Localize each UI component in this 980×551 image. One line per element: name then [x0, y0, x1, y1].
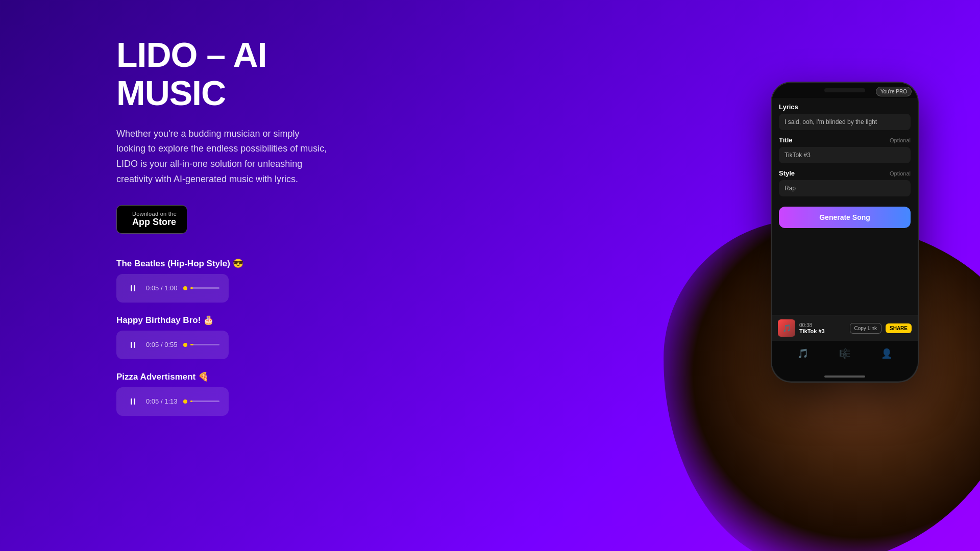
track-1-time: 0:05 / 1:00: [146, 284, 177, 292]
track-3-player: 0:05 / 1:13: [116, 387, 229, 416]
app-store-small-text: Download on the: [132, 211, 177, 217]
player-thumbnail: 🎵: [778, 319, 795, 337]
title-label: Title Optional: [779, 136, 911, 144]
app-store-button[interactable]: Download on the App Store: [116, 205, 187, 234]
track-3-progress-container[interactable]: [183, 399, 219, 404]
track-2-progress-bar: [190, 344, 219, 345]
lyrics-label: Lyrics: [779, 103, 911, 111]
pro-badge: You're PRO: [876, 87, 912, 96]
left-content: LIDO – AI MUSIC Whether you're a budding…: [116, 36, 412, 428]
copy-link-button[interactable]: Copy Link: [850, 323, 881, 334]
track-2-progress-container[interactable]: [183, 343, 219, 347]
title-field-group: Title Optional: [779, 136, 911, 163]
track-2-player: 0:05 / 0:55: [116, 331, 229, 359]
track-1-progress-container[interactable]: [183, 286, 219, 290]
track-1-progress-dot: [183, 286, 187, 290]
track-2-progress-dot: [183, 343, 187, 347]
nav-home-icon[interactable]: 🎵: [797, 348, 808, 359]
title-input[interactable]: [779, 147, 911, 163]
phone-area: You're PRO Lyrics Title Optional Style: [521, 41, 980, 500]
hero-title-line1: LIDO – AI: [116, 35, 267, 74]
track-1-progress-fill: [190, 287, 193, 289]
track-2-play-pause[interactable]: [126, 338, 140, 352]
phone-frame: You're PRO Lyrics Title Optional Style: [771, 82, 919, 383]
track-3-title: Pizza Advertisment 🍕: [116, 371, 412, 382]
track-2-time: 0:05 / 0:55: [146, 341, 177, 348]
phone-notch-bar: You're PRO: [772, 83, 918, 98]
phone-notch: [824, 88, 865, 92]
track-section-1: The Beatles (Hip-Hop Style) 😎 0:05 / 1:0…: [116, 258, 412, 303]
track-3-progress-bar: [190, 400, 219, 402]
track-section-2: Happy Birthday Bro! 🎂 0:05 / 0:55: [116, 315, 412, 359]
style-input[interactable]: [779, 180, 911, 196]
lyrics-field-group: Lyrics: [779, 103, 911, 130]
player-name: TikTok #3: [799, 328, 846, 334]
track-3-progress-fill: [190, 400, 192, 402]
style-field-group: Style Optional: [779, 169, 911, 196]
hero-title-line2: MUSIC: [116, 73, 226, 112]
track-1-player: 0:05 / 1:00: [116, 274, 229, 303]
app-store-btn-text: Download on the App Store: [132, 211, 177, 228]
nav-music-icon[interactable]: 🎼: [839, 348, 850, 359]
share-button[interactable]: SHARE: [886, 323, 912, 333]
track-3-time: 0:05 / 1:13: [146, 397, 177, 405]
player-info: 00:38 TikTok #3: [799, 322, 846, 334]
phone-content: Lyrics Title Optional Style Optional: [772, 98, 918, 341]
track-2-progress-fill: [190, 344, 193, 345]
track-2-title: Happy Birthday Bro! 🎂: [116, 315, 412, 325]
track-1-progress-bar: [190, 287, 219, 289]
player-time: 00:38: [799, 322, 846, 328]
pause-icon-1: [131, 285, 135, 291]
home-indicator: [824, 375, 865, 378]
pause-icon-3: [131, 398, 135, 405]
track-section-3: Pizza Advertisment 🍕 0:05 / 1:13: [116, 371, 412, 416]
app-store-big-text: App Store: [132, 217, 177, 228]
track-3-progress-dot: [183, 399, 187, 404]
pause-icon-2: [131, 342, 135, 348]
phone-bottom-nav: 🎵 🎼 👤: [772, 341, 918, 366]
track-3-play-pause[interactable]: [126, 394, 140, 409]
nav-profile-icon[interactable]: 👤: [881, 348, 892, 359]
track-1-title: The Beatles (Hip-Hop Style) 😎: [116, 258, 412, 269]
hero-title: LIDO – AI MUSIC: [116, 36, 412, 112]
style-label: Style Optional: [779, 169, 911, 177]
lyrics-input[interactable]: [779, 114, 911, 130]
track-1-play-pause[interactable]: [126, 281, 140, 295]
phone-player-bar: 🎵 00:38 TikTok #3 Copy Link SHARE: [772, 315, 918, 341]
hero-description: Whether you're a budding musician or sim…: [116, 127, 331, 187]
generate-song-button[interactable]: Generate Song: [779, 207, 911, 228]
